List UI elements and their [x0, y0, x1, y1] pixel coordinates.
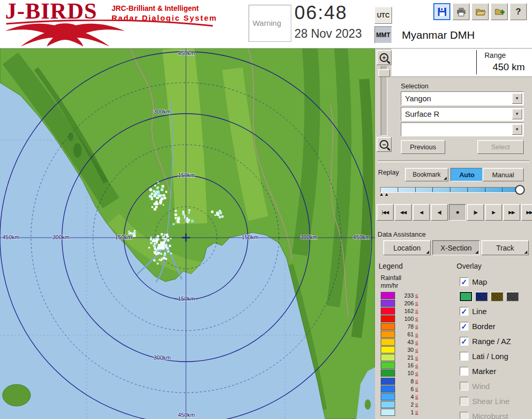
overlay-item-wind: Wind — [460, 379, 532, 394]
echo-pixel — [217, 213, 219, 215]
header-bar: J-BIRDS JRC-Brilliant & Intelligent Rada… — [0, 0, 532, 49]
legend-value: 61 — [397, 331, 414, 337]
transport-button-2[interactable]: ◀ — [413, 204, 430, 221]
manual-button[interactable]: Manual — [482, 168, 524, 181]
chevron-down-icon[interactable]: ▼ — [512, 93, 522, 104]
echo-pixel — [154, 248, 156, 250]
overlay-label: Overlay — [457, 262, 481, 270]
product-dropdown-value: Surface R — [405, 110, 440, 118]
warning-indicator: Warning — [248, 5, 291, 42]
echo-pixel — [177, 219, 179, 220]
radar-map[interactable]: 450km300km150km150km300km450km450km300km… — [0, 48, 375, 419]
transport-button-3[interactable]: ◀| — [431, 204, 448, 221]
legend-color-swatch — [381, 354, 395, 361]
echo-pixel — [157, 197, 159, 199]
zoom-out-icon: − — [380, 140, 388, 149]
transport-button-8[interactable]: ▶▶| — [521, 204, 532, 221]
extra-dropdown[interactable]: ▼ — [401, 122, 524, 136]
utc-button[interactable]: UTC — [374, 7, 392, 24]
echo-pixel — [222, 215, 224, 218]
transport-button-0[interactable]: |◀◀ — [377, 204, 394, 221]
map-style-swatch-1[interactable] — [475, 292, 488, 301]
ring-label: 450km — [178, 50, 195, 56]
legend-value: 233 — [397, 292, 414, 299]
echo-pixel — [155, 239, 158, 242]
open-button[interactable] — [472, 3, 489, 20]
legend-value: 10 — [397, 370, 414, 376]
replay-timeline[interactable]: ▲ ▲ — [379, 183, 525, 199]
island — [365, 399, 371, 410]
checked-checkbox[interactable]: ✓ — [460, 277, 468, 286]
auto-button[interactable]: Auto — [450, 168, 483, 181]
timeline-thumb[interactable] — [515, 185, 525, 195]
print-button[interactable] — [452, 3, 470, 20]
help-button[interactable]: ? — [510, 3, 527, 20]
checkbox[interactable] — [460, 367, 468, 376]
timeline-track[interactable] — [380, 187, 521, 193]
zoom-slider[interactable] — [381, 67, 387, 136]
legend-value: 1 — [397, 409, 414, 415]
map-style-swatch-0[interactable] — [460, 292, 472, 301]
island — [3, 384, 30, 406]
zoom-slider-thumb[interactable] — [378, 69, 390, 77]
help-icon: ? — [515, 7, 521, 17]
legend-color-swatch — [381, 362, 395, 369]
previous-button[interactable]: Previous — [401, 140, 445, 154]
product-dropdown[interactable]: Surface R ▼ — [401, 107, 524, 121]
transport-button-6[interactable]: ▶ — [485, 204, 502, 221]
track-button[interactable]: Track — [481, 240, 529, 255]
echo-pixel — [150, 239, 152, 241]
range-display: Range 450 km — [392, 48, 532, 77]
zoom-out-button[interactable]: − — [377, 137, 392, 152]
checked-checkbox[interactable]: ✓ — [460, 322, 468, 331]
legend-color-swatch — [381, 378, 395, 385]
overlay-item-label: Wind — [472, 382, 490, 391]
chevron-down-icon[interactable]: ▼ — [512, 108, 522, 119]
echo-pixel — [165, 191, 167, 193]
legend-color-swatch — [381, 338, 395, 346]
overlay-item-lati-long[interactable]: Lati / Long — [460, 349, 532, 364]
ring-label: 450km — [353, 234, 370, 240]
echo-pixel — [150, 189, 152, 191]
legend-row: 1≤ — [381, 408, 418, 416]
overlay-item-map[interactable]: ✓Map — [460, 274, 532, 289]
legend-row: 6≤ — [381, 385, 418, 393]
location-button[interactable]: Location — [383, 240, 431, 255]
printer-icon — [456, 7, 466, 17]
overlay-item-label: Range / AZ — [472, 337, 511, 346]
map-style-swatch-3[interactable] — [506, 292, 519, 301]
mmt-button[interactable]: MMT — [374, 26, 392, 43]
transport-button-4[interactable]: ■ — [449, 204, 466, 221]
zoom-in-button[interactable]: + — [377, 50, 392, 65]
echo-pixel — [182, 213, 185, 215]
echo-pixel — [164, 197, 166, 199]
echo-pixel — [169, 245, 170, 246]
overlay-item-line[interactable]: ✓Line — [460, 304, 532, 319]
bookmark-button[interactable]: Bookmark — [405, 168, 448, 181]
timeline-tick — [398, 188, 398, 192]
echo-pixel — [218, 216, 221, 219]
ring-label: 150km — [115, 234, 132, 240]
site-dropdown[interactable]: Yangon ▼ — [401, 91, 524, 105]
clock-time: 06:48 — [294, 2, 348, 24]
overlay-item-range-az[interactable]: ✓Range / AZ — [460, 334, 532, 349]
legend-row: 10≤ — [381, 369, 418, 377]
overlay-item-marker[interactable]: Marker — [460, 364, 532, 379]
transport-button-5[interactable]: |▶ — [467, 204, 484, 221]
map-style-swatch-2[interactable] — [491, 292, 503, 301]
overlay-item-border[interactable]: ✓Border — [460, 319, 532, 334]
checked-checkbox[interactable]: ✓ — [460, 337, 468, 346]
echo-pixel — [165, 244, 167, 246]
checkbox[interactable] — [460, 352, 468, 361]
transport-button-7[interactable]: ▶▶ — [503, 204, 520, 221]
replay-label: Replay — [378, 168, 399, 176]
checked-checkbox[interactable]: ✓ — [460, 307, 468, 316]
chevron-down-icon[interactable]: ▼ — [512, 124, 522, 135]
export-button[interactable] — [491, 3, 508, 20]
transport-button-1[interactable]: ◀◀ — [395, 204, 412, 221]
save-button[interactable] — [433, 3, 450, 20]
x-section-button[interactable]: X-Section — [432, 240, 480, 255]
overlay-item-label: Border — [472, 322, 495, 331]
legend-row: 78≤ — [381, 322, 418, 330]
ring-label: 300km — [153, 354, 170, 361]
